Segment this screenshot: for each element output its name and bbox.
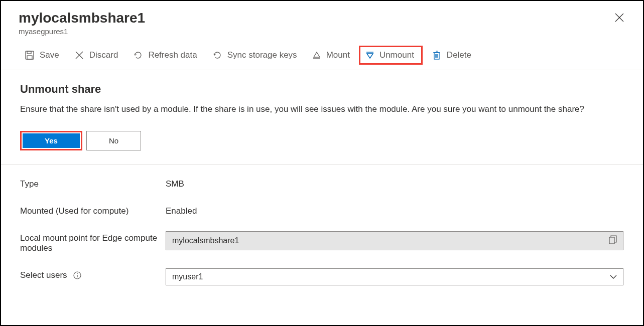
selectusers-value: myuser1 bbox=[172, 272, 203, 281]
delete-button[interactable]: Delete bbox=[426, 47, 477, 63]
mountpoint-input: mylocalsmbshare1 bbox=[166, 231, 623, 250]
save-label: Save bbox=[40, 50, 59, 60]
mountpoint-value: mylocalsmbshare1 bbox=[172, 236, 239, 245]
refresh-icon bbox=[133, 50, 143, 60]
dialog-buttons: Yes No bbox=[20, 131, 624, 150]
unmount-button[interactable]: Unmount bbox=[359, 46, 423, 65]
copy-icon[interactable] bbox=[609, 235, 617, 246]
mount-button[interactable]: Mount bbox=[306, 47, 356, 63]
mountpoint-label: Local mount point for Edge compute modul… bbox=[20, 231, 166, 253]
save-icon bbox=[25, 50, 35, 60]
refresh-button[interactable]: Refresh data bbox=[127, 47, 203, 63]
page-header: mylocalsmbshare1 myasegpures1 bbox=[1, 1, 643, 40]
save-button[interactable]: Save bbox=[19, 47, 65, 63]
svg-point-19 bbox=[77, 273, 78, 274]
delete-label: Delete bbox=[447, 50, 471, 60]
yes-button-highlight: Yes bbox=[20, 131, 82, 150]
svg-marker-10 bbox=[367, 54, 373, 58]
selectusers-row: Select users myuser1 bbox=[20, 268, 624, 285]
type-value: SMB bbox=[166, 177, 184, 189]
discard-button[interactable]: Discard bbox=[68, 47, 124, 63]
close-icon bbox=[615, 13, 624, 22]
sync-icon bbox=[212, 50, 222, 60]
mount-icon bbox=[312, 51, 321, 60]
unmount-dialog: Unmount share Ensure that the share isn'… bbox=[1, 70, 643, 165]
mounted-label: Mounted (Used for compute) bbox=[20, 204, 166, 216]
mount-label: Mount bbox=[326, 50, 350, 60]
share-details: Type SMB Mounted (Used for compute) Enab… bbox=[1, 165, 643, 312]
dialog-text: Ensure that the share isn't used by a mo… bbox=[20, 103, 624, 116]
yes-button[interactable]: Yes bbox=[23, 133, 80, 148]
unmount-icon bbox=[365, 51, 374, 60]
selectusers-label: Select users bbox=[20, 268, 166, 280]
close-button[interactable] bbox=[615, 13, 624, 24]
mounted-value: Enabled bbox=[166, 204, 197, 216]
svg-rect-17 bbox=[609, 237, 614, 244]
sync-label: Sync storage keys bbox=[227, 50, 297, 60]
mounted-row: Mounted (Used for compute) Enabled bbox=[20, 204, 624, 216]
refresh-label: Refresh data bbox=[148, 50, 197, 60]
unmount-label: Unmount bbox=[379, 50, 414, 60]
page-title: mylocalsmbshare1 bbox=[19, 10, 625, 26]
type-row: Type SMB bbox=[20, 177, 624, 189]
delete-icon bbox=[432, 50, 442, 60]
mountpoint-row: Local mount point for Edge compute modul… bbox=[20, 231, 624, 253]
type-label: Type bbox=[20, 177, 166, 189]
discard-icon bbox=[74, 50, 84, 60]
no-button[interactable]: No bbox=[86, 131, 141, 150]
discard-label: Discard bbox=[89, 50, 118, 60]
selectusers-dropdown[interactable]: myuser1 bbox=[166, 268, 623, 285]
toolbar: Save Discard Refresh data Sync storage k… bbox=[1, 40, 643, 70]
sync-button[interactable]: Sync storage keys bbox=[206, 47, 303, 63]
svg-marker-7 bbox=[314, 52, 320, 57]
info-icon[interactable] bbox=[73, 271, 81, 279]
page-subtitle: myasegpures1 bbox=[19, 27, 625, 36]
chevron-down-icon bbox=[610, 272, 617, 281]
svg-rect-3 bbox=[27, 51, 31, 54]
dialog-title: Unmount share bbox=[20, 83, 624, 96]
svg-rect-4 bbox=[27, 56, 32, 59]
